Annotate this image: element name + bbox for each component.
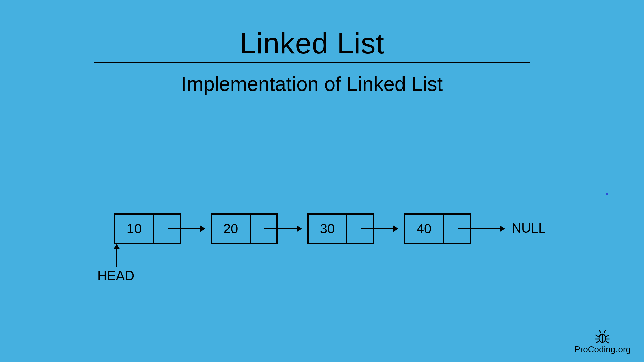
node-data-cell: 40 bbox=[404, 213, 444, 244]
node-data-cell: 20 bbox=[211, 213, 251, 244]
brand-footer: ProCoding.org bbox=[574, 330, 631, 355]
svg-line-1 bbox=[599, 330, 600, 332]
null-label: NULL bbox=[512, 221, 546, 236]
arrow-right-icon bbox=[168, 228, 205, 229]
svg-line-3 bbox=[596, 335, 599, 337]
svg-line-2 bbox=[604, 330, 605, 332]
svg-line-6 bbox=[606, 335, 609, 337]
arrow-right-icon bbox=[361, 228, 398, 229]
arrow-right-icon bbox=[458, 228, 504, 229]
arrow-right-icon bbox=[264, 228, 301, 229]
node-data-cell: 10 bbox=[114, 213, 154, 244]
brand-name: ProCoding.org bbox=[574, 344, 631, 355]
node-data-cell: 30 bbox=[307, 213, 347, 244]
svg-line-5 bbox=[596, 341, 599, 343]
svg-line-8 bbox=[606, 341, 609, 343]
arrow-up-icon bbox=[116, 245, 117, 267]
linked-list-diagram: 10 20 30 40 NULL HEAD bbox=[0, 0, 644, 362]
decorative-dot bbox=[606, 193, 608, 195]
head-label: HEAD bbox=[97, 268, 135, 283]
bug-icon bbox=[595, 330, 610, 344]
